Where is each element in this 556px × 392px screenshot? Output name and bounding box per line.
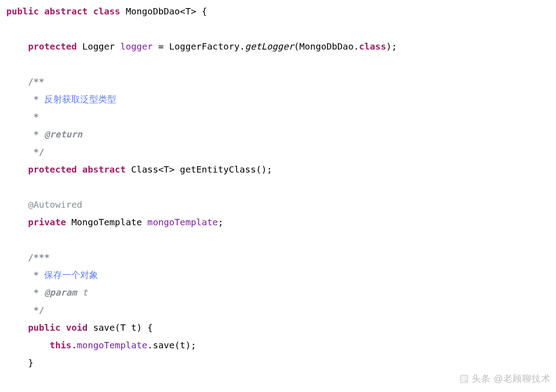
javadoc-close: */ (28, 146, 44, 157)
javadoc-star: * (28, 111, 39, 122)
javadoc-param-name: t (77, 287, 88, 298)
method-save: save (93, 322, 115, 333)
svg-rect-2 (461, 378, 467, 380)
javadoc-open: /*** (28, 252, 50, 263)
javadoc-return-tag: @return (44, 129, 82, 140)
svg-rect-1 (461, 376, 467, 378)
keyword-public: public (28, 322, 60, 333)
type-mongotemplate: MongoTemplate (72, 217, 142, 228)
keyword-public: public (6, 6, 39, 17)
toutiao-icon (459, 374, 469, 384)
javadoc-text: 反射获取泛型类型 (44, 94, 116, 105)
annotation-autowired: @Autowired (28, 199, 82, 210)
watermark: 头条 @老顾聊技术 (459, 370, 551, 387)
javadoc-param-tag: @param (44, 287, 77, 298)
field-ref: mongoTemplate (77, 340, 148, 351)
keyword-this: this (50, 340, 71, 351)
javadoc-star: * (28, 129, 44, 140)
generic: <T> (180, 6, 196, 17)
svg-rect-3 (461, 380, 465, 382)
javadoc-star: * (28, 94, 44, 105)
type-logger: Logger (82, 41, 115, 52)
return-type: Class<T> (131, 164, 174, 175)
args-open: (MongoDbDao. (294, 41, 359, 52)
keyword-protected: protected (28, 164, 77, 175)
keyword-protected: protected (28, 41, 77, 52)
keyword-abstract: abstract (44, 6, 87, 17)
keyword-private: private (28, 217, 66, 228)
field-mongotemplate: mongoTemplate (147, 217, 218, 228)
method-args: (T t) (115, 322, 142, 333)
watermark-text: 头条 @老顾聊技术 (472, 370, 551, 387)
dot: . (72, 340, 77, 351)
call-args: (t); (174, 340, 196, 351)
call-save: save (153, 340, 174, 351)
keyword-class: class (93, 6, 120, 17)
parens: (); (256, 164, 272, 175)
keyword-abstract: abstract (82, 164, 126, 175)
javadoc-star: * (28, 269, 44, 280)
field-logger: logger (120, 41, 153, 52)
code-block: public abstract class MongoDbDao<T> { pr… (0, 0, 556, 372)
brace-close: } (28, 357, 33, 368)
brace: { (196, 6, 207, 17)
class-name: MongoDbDao (126, 6, 180, 17)
eq: = (153, 41, 169, 52)
close-paren: ); (386, 41, 397, 52)
loggerfactory: LoggerFactory. (169, 41, 245, 52)
method-name: getEntityClass (180, 164, 256, 175)
dot: . (147, 340, 153, 351)
javadoc-open: /** (28, 76, 44, 87)
keyword-class-literal: class (359, 41, 386, 52)
javadoc-close: */ (28, 305, 44, 315)
method-getlogger: getLogger (245, 41, 294, 52)
keyword-void: void (66, 322, 87, 333)
indent (28, 340, 50, 351)
semicolon: ; (218, 217, 223, 228)
javadoc-star: * (28, 287, 44, 298)
brace: { (142, 322, 153, 333)
javadoc-text: 保存一个对象 (44, 269, 98, 280)
